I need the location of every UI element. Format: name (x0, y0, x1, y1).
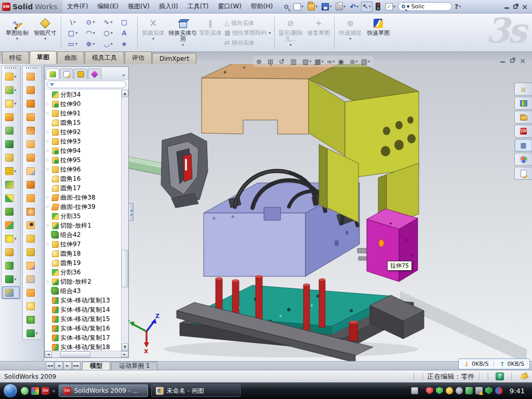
feature-tool-button[interactable]: ▾ (2, 124, 20, 137)
menu-item[interactable]: 帮助(H) (246, 0, 277, 13)
expand-arrow-icon[interactable]: ▷ (46, 158, 50, 162)
expand-arrow-icon[interactable]: ▷ (46, 149, 50, 153)
media-app-icon[interactable] (31, 387, 39, 395)
keyboard-layout-icon[interactable] (411, 387, 418, 394)
feature-tool-button[interactable]: ▾ (2, 219, 20, 231)
document-tab[interactable]: 模型 (82, 362, 110, 370)
tree-item[interactable]: ▷ 拉伸91 (45, 109, 121, 118)
solidworks-launcher-icon[interactable]: SW (42, 387, 49, 395)
quick-tips-help-icon[interactable]: ? (496, 373, 504, 380)
sketch-entity-button[interactable]: ◠ ▾ (82, 28, 99, 38)
tree-item[interactable]: ▷ 圆角17 (45, 183, 121, 193)
surface-tool-button[interactable]: ▾ (23, 286, 41, 299)
toolbar-drag-handle[interactable] (5, 67, 17, 69)
sync-app-icon[interactable] (495, 387, 502, 394)
display-style-icon[interactable]: ▩ ▾ (313, 58, 324, 65)
tree-item[interactable]: ▷ 分割35 (45, 211, 121, 221)
doc-close-button[interactable]: × (520, 57, 526, 64)
surface-tool-button[interactable]: ▾ (23, 70, 41, 83)
dimxpert-manager-tab[interactable] (88, 69, 101, 79)
feature-manager-tab[interactable] (46, 69, 59, 79)
tree-item[interactable]: ▷ 拉伸95 (45, 155, 121, 165)
view-orientation-icon[interactable]: ▧ ▾ (301, 58, 312, 65)
menu-item[interactable]: 工具(T) (183, 0, 214, 13)
last-tab-button[interactable]: ►► (72, 362, 81, 370)
surface-tool-button[interactable]: ▾ (23, 205, 41, 218)
tree-item[interactable]: ▷ 切除-放样2 (45, 277, 121, 286)
messenger-icon[interactable] (21, 387, 29, 395)
menu-item[interactable]: 插入(I) (154, 0, 183, 13)
tree-item[interactable]: ▷ 拉伸93 (45, 137, 121, 146)
surface-tool-button[interactable]: ▾ (23, 178, 41, 191)
sketch-entity-button[interactable]: ∿ ▾ (99, 17, 117, 28)
repair-sketch-button[interactable]: + 修复草图 (304, 15, 332, 50)
tree-item[interactable]: ▷ 实体-移动/复制15 (45, 314, 121, 324)
tree-item[interactable]: ▷ 拉伸94 (45, 146, 121, 155)
feature-tool-button[interactable]: ▾ (2, 205, 20, 218)
tree-filter-input[interactable] (47, 81, 126, 88)
tree-item[interactable]: ▷ 分割36 (45, 268, 121, 277)
options-button[interactable]: ✓▾ (384, 2, 397, 12)
tree-item[interactable]: ▷ 实体-移动/复制14 (45, 305, 121, 314)
surface-tool-button[interactable]: ▾ (23, 165, 41, 177)
expand-arrow-icon[interactable]: ▷ (46, 195, 50, 200)
menu-item[interactable]: 窗口(W) (213, 0, 246, 13)
tree-item[interactable]: ▷ 实体-移动/复制16 (45, 324, 121, 333)
menu-item[interactable]: 视图(V) (123, 0, 154, 13)
scroll-left-icon[interactable]: ◄ (45, 351, 52, 357)
messaging-icon[interactable] (466, 387, 473, 394)
health-shield-icon[interactable] (485, 387, 493, 394)
sketch-entity-button[interactable]: A ▾ (117, 28, 135, 38)
feature-tool-button[interactable]: ▾ (2, 70, 20, 83)
configuration-manager-tab[interactable] (74, 69, 87, 79)
expand-arrow-icon[interactable]: ▷ (46, 223, 50, 228)
new-document-button[interactable]: ▾ (292, 2, 305, 12)
antivirus-shield-icon[interactable] (436, 387, 443, 394)
tree-item[interactable]: ▷ 拉伸90 (45, 99, 121, 109)
volume-icon[interactable] (456, 387, 463, 394)
open-document-button[interactable]: ▾ (306, 2, 319, 12)
solidworks-resources-tab[interactable]: ⌂ (514, 83, 532, 96)
search-input[interactable]: ▾ Solic (398, 2, 452, 11)
expand-arrow-icon[interactable]: ▷ (46, 130, 50, 134)
zoom-fit-icon[interactable]: ⊕ ▾ (255, 58, 265, 65)
sketch-entity-button[interactable]: \ ▾ (64, 17, 82, 28)
taskbar-task-button[interactable]: SW SolidWorks 2009 - ... (59, 384, 148, 397)
tree-item[interactable]: ▷ 曲面-拉伸38 (45, 193, 121, 202)
prev-tab-button[interactable]: ◄ (55, 362, 63, 370)
surface-tool-button[interactable]: ▾ (23, 300, 41, 312)
expand-arrow-icon[interactable]: ▷ (46, 102, 50, 106)
expand-arrow-icon[interactable]: ▷ (46, 280, 50, 284)
tree-item[interactable]: ▷ 圆角18 (45, 249, 121, 258)
sketch-entity-button[interactable]: ▭ ▾ (64, 38, 82, 49)
ribbon-tab[interactable]: 特征 (2, 51, 29, 64)
move-entities-button[interactable]: ⇄移动实体 (224, 38, 271, 47)
first-tab-button[interactable]: ◄◄ (46, 362, 54, 370)
apply-scene-icon[interactable]: ⊛ ▾ (349, 58, 359, 65)
panel-collapse-handle[interactable]: ◄◄ (129, 203, 134, 221)
doc-restore-button[interactable] (510, 59, 514, 63)
sketch-entity-button[interactable]: ⊕ ▾ (82, 38, 99, 49)
tree-item[interactable]: ▷ 实体-移动/复制18 (45, 342, 121, 351)
feature-tool-button[interactable]: ▾ (2, 178, 20, 191)
sketch-entity-button[interactable]: ∗ ▾ (117, 38, 135, 49)
mirror-entities-button[interactable]: △镜向实体 (224, 19, 271, 28)
sketch-entity-button[interactable]: □ ▾ (64, 28, 82, 38)
quick-snaps-button[interactable]: ⊚ 快速捕捉▾ (336, 15, 364, 50)
rapid-sketch-button[interactable]: 快速草图 (364, 15, 392, 50)
insert-block-magenta[interactable] (367, 209, 418, 282)
sketch-button[interactable]: 草图绘制▾ (3, 15, 31, 50)
previous-view-icon[interactable]: ↺ ▾ (278, 58, 288, 65)
help-button[interactable]: ?▾ (453, 2, 463, 12)
custom-properties-tab[interactable] (514, 167, 532, 180)
offset-entities-button[interactable]: ∥ 等距实体 (198, 15, 222, 50)
expand-arrow-icon[interactable]: ▷ (46, 139, 50, 143)
feature-tool-button[interactable]: ▾ (2, 111, 20, 123)
feature-tool-button[interactable]: ▾ (2, 246, 20, 258)
surface-tool-button[interactable]: ▾ (23, 259, 41, 272)
surface-tool-button[interactable]: ▾ (23, 273, 41, 285)
surface-tool-button[interactable]: ▾ (23, 246, 41, 258)
tree-item[interactable]: ▷ 拉伸96 (45, 165, 121, 174)
feature-tool-button[interactable]: ▾ (2, 273, 20, 285)
surface-tool-button[interactable]: ▾ (23, 138, 41, 150)
